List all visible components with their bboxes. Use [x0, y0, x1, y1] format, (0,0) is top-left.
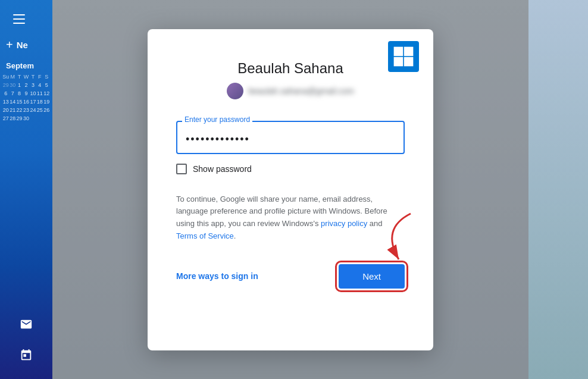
windows-logo — [388, 41, 419, 72]
hamburger-line — [13, 18, 25, 20]
next-button[interactable]: Next — [339, 264, 405, 289]
day-s: S — [43, 73, 50, 81]
day-t: T — [16, 73, 23, 81]
cal-day[interactable]: 27 — [2, 114, 9, 123]
avatar-image — [227, 83, 243, 99]
next-button-wrapper: Next — [339, 264, 405, 289]
info-text-part3: . — [234, 231, 236, 240]
mini-cal-body: 29 30 1 2 3 4 5 6 7 8 9 10 11 12 13 14 1… — [2, 81, 50, 123]
cal-day[interactable]: 22 — [16, 106, 23, 114]
terms-of-service-link[interactable]: Terms of Service — [176, 231, 234, 240]
show-password-label[interactable]: Show password — [193, 164, 252, 174]
cal-day[interactable]: 29 — [2, 81, 9, 89]
hamburger-line — [13, 14, 25, 15]
cal-day[interactable]: 15 — [16, 98, 23, 106]
info-text: To continue, Google will share your name… — [176, 193, 405, 243]
cal-day[interactable]: 29 — [16, 114, 23, 123]
user-email-row: beaulah.sahana@gmail.com — [227, 83, 354, 99]
cal-day[interactable]: 21 — [9, 106, 15, 114]
sign-in-dialog: Beaulah Sahana beaulah.sahana@gmail.com … — [148, 29, 433, 350]
cal-day[interactable]: 30 — [9, 81, 15, 89]
main-area: Beaulah Sahana beaulah.sahana@gmail.com … — [52, 0, 528, 379]
show-password-row: Show password — [176, 164, 252, 174]
privacy-policy-link[interactable]: privacy policy — [321, 219, 367, 228]
cal-day[interactable]: 4 — [36, 81, 43, 89]
cal-day[interactable]: 5 — [43, 81, 50, 89]
dialog-footer: More ways to sign in Next — [176, 264, 405, 289]
calendar-icon[interactable] — [14, 343, 38, 367]
cal-day[interactable]: 8 — [16, 89, 23, 98]
avatar — [227, 83, 243, 99]
cal-day[interactable]: 30 — [23, 114, 29, 123]
dialog-overlay: Beaulah Sahana beaulah.sahana@gmail.com … — [52, 0, 528, 379]
cal-day[interactable]: 1 — [16, 81, 23, 89]
show-password-checkbox[interactable] — [176, 164, 187, 174]
more-ways-link[interactable]: More ways to sign in — [176, 271, 258, 281]
cal-day[interactable]: 19 — [43, 98, 50, 106]
svg-rect-3 — [404, 57, 414, 66]
right-panel — [528, 0, 588, 379]
sidebar: + Ne Septem Su M T W T F S 29 30 1 2 3 4… — [0, 0, 52, 379]
cal-day[interactable]: 18 — [36, 98, 43, 106]
mini-calendar: Su M T W T F S 29 30 1 2 3 4 5 6 7 8 9 1… — [2, 73, 50, 123]
cal-day[interactable]: 2 — [23, 81, 29, 89]
mail-icon[interactable] — [14, 312, 38, 336]
cal-day[interactable]: 14 — [9, 98, 15, 106]
cal-day[interactable]: 16 — [23, 98, 29, 106]
password-field-wrapper: Enter your password — [176, 121, 405, 154]
svg-rect-0 — [394, 46, 404, 56]
svg-rect-2 — [394, 57, 404, 66]
cal-day[interactable]: 25 — [36, 106, 43, 114]
day-w: W — [23, 73, 29, 81]
day-f: F — [36, 73, 43, 81]
mini-cal-header: Su M T W T F S — [2, 73, 50, 81]
info-text-part2: and — [367, 219, 382, 228]
cal-day[interactable]: 6 — [2, 89, 9, 98]
cal-day[interactable]: 17 — [30, 98, 36, 106]
day-m: M — [9, 73, 15, 81]
new-event-button[interactable]: + Ne — [6, 38, 28, 52]
cal-day[interactable]: 26 — [43, 106, 50, 114]
day-th: T — [30, 73, 36, 81]
cal-day[interactable]: 9 — [23, 89, 29, 98]
password-input[interactable] — [176, 121, 405, 154]
user-email: beaulah.sahana@gmail.com — [248, 86, 354, 96]
new-button-label: Ne — [17, 40, 28, 50]
cal-day[interactable]: 10 — [30, 89, 36, 98]
cal-day[interactable]: 3 — [30, 81, 36, 89]
sidebar-icons — [0, 312, 52, 367]
cal-day[interactable]: 13 — [2, 98, 9, 106]
cal-day[interactable]: 11 — [36, 89, 43, 98]
password-label: Enter your password — [182, 115, 252, 124]
hamburger-line — [13, 23, 25, 24]
plus-icon: + — [6, 38, 13, 52]
day-su: Su — [2, 73, 9, 81]
svg-rect-1 — [404, 46, 414, 56]
cal-day[interactable]: 7 — [9, 89, 15, 98]
user-name: Beaulah Sahana — [237, 60, 343, 77]
cal-day[interactable]: 12 — [43, 89, 50, 98]
cal-day[interactable]: 28 — [9, 114, 15, 123]
cal-day[interactable]: 23 — [23, 106, 29, 114]
cal-day[interactable]: 20 — [2, 106, 9, 114]
hamburger-menu[interactable] — [7, 7, 31, 31]
sidebar-month-label: Septem — [6, 61, 34, 70]
cal-day[interactable]: 24 — [30, 106, 36, 114]
